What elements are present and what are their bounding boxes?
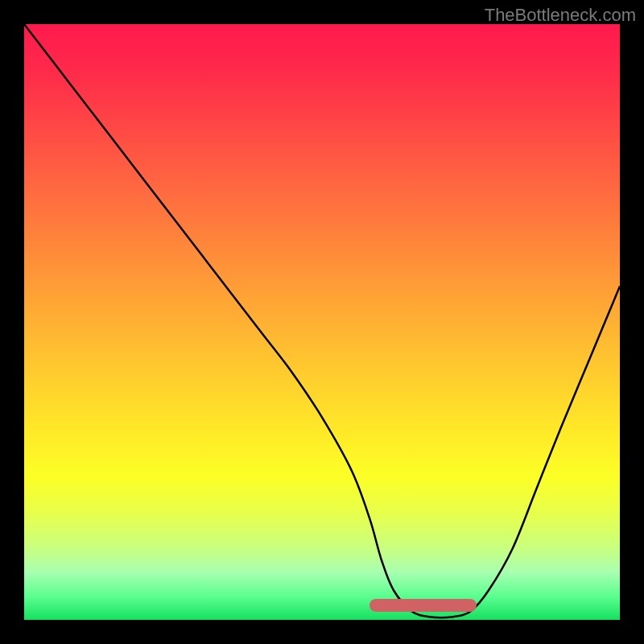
chart-container: TheBottleneck.com [0, 0, 644, 644]
bottleneck-curve [24, 24, 620, 617]
curve-svg [24, 24, 620, 620]
watermark-text: TheBottleneck.com [485, 5, 636, 26]
plot-area [24, 24, 620, 620]
optimal-region-band [369, 599, 477, 612]
